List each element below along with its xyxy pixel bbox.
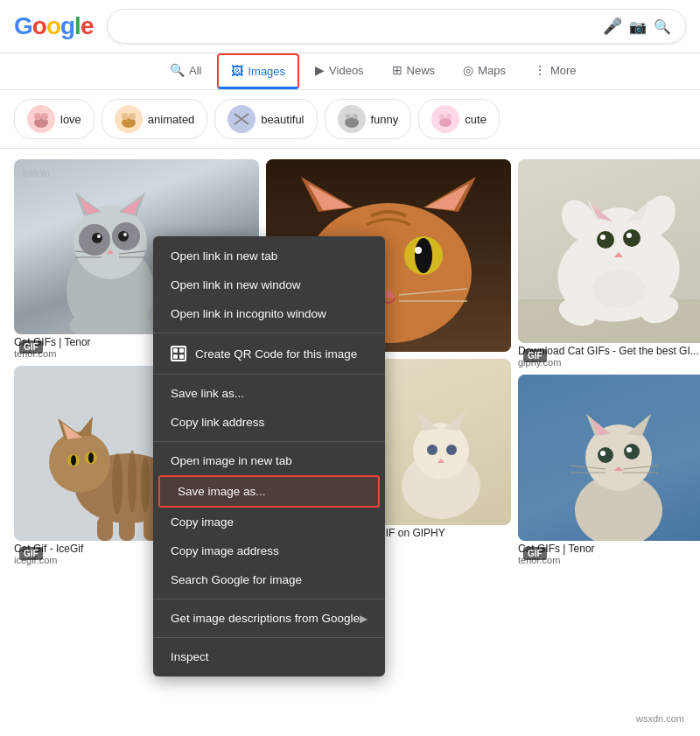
svg-point-93	[584, 207, 654, 277]
svg-text:loVeYo: loVeYo	[23, 169, 50, 179]
nav-tabs: 🔍 All 🖼 Images ▶ Videos ⊞ News ◎ Maps ⋮ …	[0, 53, 700, 90]
tab-all-label: All	[189, 64, 201, 77]
gif-badge-3: GIF	[523, 349, 547, 362]
tab-all[interactable]: 🔍 All	[158, 54, 214, 88]
svg-point-81	[413, 423, 469, 479]
maps-icon: ◎	[463, 63, 473, 77]
svg-point-18	[446, 114, 452, 119]
camera-icon[interactable]: 📷	[629, 18, 647, 35]
ctx-get-descriptions[interactable]: Get image descriptions from Google ▶	[153, 604, 385, 633]
tab-videos-label: Videos	[329, 64, 364, 77]
qr-code-icon	[171, 346, 186, 361]
svg-point-115	[626, 447, 632, 452]
ctx-open-new-tab[interactable]: Open link in new tab	[153, 242, 385, 270]
chip-beautiful[interactable]: beautiful	[214, 99, 317, 139]
ctx-open-new-window[interactable]: Open link in new window	[153, 270, 385, 299]
ctx-copy-image-address[interactable]: Copy image address	[153, 536, 385, 565]
news-icon: ⊞	[392, 63, 402, 77]
ctx-open-new-window-label: Open link in new window	[171, 278, 301, 291]
tab-news-label: News	[407, 64, 436, 77]
chip-funny[interactable]: funny	[325, 99, 412, 139]
svg-point-12	[345, 117, 359, 128]
ctx-copy-link-address[interactable]: Copy link address	[153, 408, 385, 437]
chip-animated[interactable]: animated	[102, 99, 207, 139]
svg-marker-82	[416, 411, 439, 431]
chip-beautiful-label: beautiful	[261, 113, 304, 126]
gif-badge-1: GIF	[19, 340, 43, 354]
ctx-open-incognito[interactable]: Open link in incognito window	[153, 299, 385, 328]
svg-marker-83	[443, 411, 466, 431]
ctx-open-image-new-tab-label: Open image in new tab	[171, 454, 292, 467]
search-submit-icon[interactable]: 🔍	[654, 18, 671, 35]
ctx-divider-4	[153, 599, 385, 599]
ctx-search-google-image[interactable]: Search Google for image	[153, 565, 385, 594]
tab-more-label: More	[550, 64, 577, 77]
header: Google cat gif download 🎤 📷 🔍	[0, 0, 700, 53]
ctx-divider-1	[153, 333, 385, 333]
ctx-open-incognito-label: Open link in incognito window	[171, 307, 326, 320]
svg-point-84	[427, 445, 438, 455]
svg-point-52	[88, 452, 94, 463]
gif-badge-4: GIF	[19, 547, 43, 560]
image-col-3: GIF Download Cat GIFs - Get the best GI.…	[518, 159, 700, 565]
mic-icon[interactable]: 🎤	[603, 17, 622, 36]
svg-point-114	[600, 451, 606, 456]
svg-point-16	[439, 118, 452, 127]
tab-news[interactable]: ⊞ News	[380, 54, 448, 88]
svg-point-31	[123, 233, 127, 236]
chip-funny-thumb	[338, 105, 366, 133]
svg-point-85	[446, 445, 457, 455]
ctx-create-qr[interactable]: Create QR Code for this image	[153, 338, 385, 369]
svg-point-44	[141, 457, 150, 513]
ctx-save-link-as[interactable]: Save link as...	[153, 379, 385, 408]
filter-chips: love animated beautiful funny cute	[0, 90, 700, 149]
svg-point-42	[112, 453, 122, 515]
svg-point-51	[71, 455, 76, 466]
ctx-copy-link-address-label: Copy link address	[171, 416, 264, 429]
ctx-inspect-label: Inspect	[171, 650, 209, 663]
tab-more[interactable]: ⋮ More	[522, 54, 589, 88]
svg-point-113	[624, 444, 640, 459]
gif-badge-6: GIF	[523, 547, 547, 560]
chip-love-thumb	[27, 105, 55, 133]
svg-point-98	[623, 229, 640, 247]
search-bar-container: cat gif download 🎤 📷 🔍	[107, 9, 686, 44]
google-logo: Google	[14, 12, 93, 40]
images-icon: 🖼	[231, 64, 243, 78]
chip-funny-label: funny	[371, 113, 399, 126]
ctx-copy-image-address-label: Copy image address	[171, 544, 279, 557]
chip-love[interactable]: love	[14, 99, 94, 139]
ctx-save-image-as[interactable]: Save image as...	[158, 475, 380, 508]
ctx-save-image-as-label: Save image as...	[178, 485, 266, 498]
ctx-divider-2	[153, 374, 385, 375]
tab-videos[interactable]: ▶ Videos	[303, 54, 376, 88]
svg-point-6	[122, 113, 129, 120]
svg-point-28	[92, 233, 102, 243]
tab-maps[interactable]: ◎ Maps	[451, 54, 518, 88]
svg-point-17	[439, 114, 444, 119]
tab-maps-label: Maps	[478, 64, 506, 77]
tab-images-label: Images	[248, 65, 285, 78]
ctx-divider-3	[153, 441, 385, 442]
ctx-open-image-new-tab[interactable]: Open image in new tab	[153, 446, 385, 475]
image-card-3[interactable]: GIF Download Cat GIFs - Get the best GI.…	[518, 159, 700, 368]
ctx-copy-image-label: Copy image	[171, 515, 234, 529]
ctx-copy-image[interactable]: Copy image	[153, 508, 385, 536]
svg-point-14	[353, 114, 358, 119]
svg-point-68	[415, 247, 422, 254]
svg-point-112	[598, 447, 613, 463]
svg-point-97	[597, 231, 614, 249]
image-card-6[interactable]: GIF Cat GIFs | Tenor tenor.com	[518, 375, 700, 565]
svg-rect-54	[119, 515, 135, 541]
svg-point-29	[118, 231, 129, 242]
ctx-inspect[interactable]: Inspect	[153, 642, 385, 671]
watermark: wsxdn.com	[631, 711, 690, 725]
tab-images[interactable]: 🖼 Images	[217, 53, 299, 89]
chip-cute-label: cute	[465, 113, 486, 126]
chip-animated-label: animated	[148, 113, 194, 126]
svg-point-43	[128, 450, 136, 513]
chip-cute[interactable]: cute	[418, 99, 500, 139]
chip-cute-thumb	[431, 105, 459, 133]
search-input[interactable]: cat gif download	[122, 18, 603, 34]
svg-point-2	[34, 113, 41, 120]
